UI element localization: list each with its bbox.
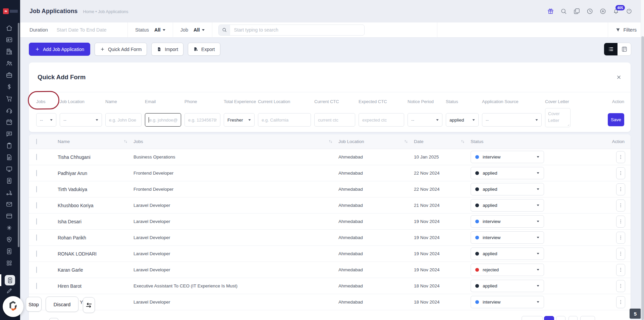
pagination-button[interactable] [556,316,566,320]
quick-add-form-button[interactable]: Quick Add Form [95,43,147,56]
close-icon[interactable] [616,74,622,80]
row-actions-kebab-button[interactable] [616,232,625,244]
sidebar-item-users-icon[interactable] [0,57,18,69]
app-logo[interactable]: IN [0,0,20,22]
pencil-icon[interactable] [6,287,13,294]
save-button[interactable]: Save [608,113,624,126]
status-dropdown[interactable]: interview [471,296,544,308]
list-view-button[interactable] [604,43,618,55]
sidebar-item-sparkle-icon[interactable] [0,222,18,234]
sidebar-item-scooter-icon[interactable] [0,187,18,198]
export-button[interactable]: Export [188,43,220,56]
sidebar-item-cart-icon[interactable] [0,93,18,104]
row-checkbox[interactable] [36,267,37,273]
sidebar-item-headset-icon[interactable] [0,104,18,116]
sidebar-item-calendar-icon[interactable] [0,116,18,128]
row-checkbox[interactable] [36,234,37,241]
column-header-name[interactable]: Name [58,139,133,144]
brand-logo[interactable] [3,296,23,317]
page-scrollbar[interactable] [641,0,644,320]
discard-button[interactable]: Discard [46,296,78,312]
pagination-page-active[interactable] [544,316,554,320]
row-actions-kebab-button[interactable] [616,280,625,292]
sidebar-item-file-text-icon[interactable] [0,151,18,163]
filters-button[interactable]: Filters [608,22,644,38]
sidebar-item-building-icon[interactable] [0,46,18,57]
resize-handle-icon[interactable] [566,123,570,126]
pagination-button[interactable] [522,316,543,320]
row-actions-kebab-button[interactable] [616,167,625,179]
kanban-view-button[interactable] [618,43,631,55]
jobs-select[interactable]: -- [36,113,56,127]
sort-icon[interactable] [404,139,409,144]
select-all-checkbox[interactable] [36,139,37,144]
sidebar-item-active-job-applications[interactable] [0,274,20,286]
status-dropdown[interactable]: applied [471,167,544,179]
search-icon[interactable] [560,8,567,15]
breadcrumb[interactable]: Home • Job Applications [83,8,128,14]
status-dropdown[interactable]: applied [471,199,544,212]
sort-icon[interactable] [460,139,465,144]
row-checkbox[interactable] [36,202,37,209]
copy-icon[interactable] [573,8,580,15]
sidebar-item-clipboard-icon[interactable] [0,140,18,151]
job-filter-dropdown[interactable]: All [194,27,205,33]
cover-letter-textarea[interactable]: CoverLetter [545,108,571,127]
scrollbar-thumb[interactable] [641,36,644,320]
row-checkbox[interactable] [36,283,37,289]
status-filter-dropdown[interactable]: All [154,27,165,33]
row-actions-kebab-button[interactable] [616,248,625,260]
row-actions-kebab-button[interactable] [616,199,625,212]
row-checkbox[interactable] [36,154,37,160]
row-actions-kebab-button[interactable] [616,264,625,276]
import-button[interactable]: Import [151,43,183,56]
sidebar-item-home-icon[interactable] [0,22,18,34]
email-input[interactable]: e.g. johndoe@exa [145,113,181,127]
bell-icon[interactable]: 405 [612,8,620,15]
status-dropdown[interactable]: interview [471,231,544,244]
add-job-application-button[interactable]: Add Job Application [29,43,90,56]
search-input[interactable]: Start typing to search [218,25,365,36]
status-dropdown[interactable]: applied [471,247,544,260]
row-actions-kebab-button[interactable] [616,183,625,195]
column-header-date[interactable]: Date [414,139,471,144]
row-checkbox[interactable] [36,250,37,257]
status-dropdown[interactable]: rejected [471,264,544,276]
status-dropdown[interactable]: applied [471,280,544,292]
phone-input[interactable]: e.g. 1234567890 [184,113,220,127]
power-icon[interactable] [626,8,633,15]
expected-ctc-input[interactable]: expected ctc [359,113,404,127]
partial-button[interactable] [49,318,58,320]
clock-icon[interactable] [586,8,593,15]
total-experience-select[interactable]: Fresher [224,113,255,127]
sidebar-item-monitor-icon[interactable] [0,163,18,175]
status-dropdown[interactable]: applied [471,183,544,195]
sort-icon[interactable] [123,139,128,144]
status-dropdown[interactable]: interview [471,215,544,228]
sidebar-item-mail-icon[interactable] [0,198,18,210]
gift-icon[interactable] [547,8,554,15]
application-source-select[interactable]: -- [482,113,542,127]
sidebar-item-window-icon[interactable] [0,210,18,222]
current-ctc-input[interactable]: current ctc [314,113,355,127]
row-actions-kebab-button[interactable] [616,296,625,308]
pagination-button[interactable] [580,316,595,320]
sidebar-item-dollar-icon[interactable] [0,81,18,93]
sidebar-item-shield-search-icon[interactable] [0,234,18,245]
job-location-select[interactable]: -- [60,113,102,127]
column-header-jobs[interactable]: Jobs [133,139,338,144]
stop-button[interactable]: Stop [26,297,42,312]
sidebar-item-id-card-icon[interactable] [0,34,18,46]
status-select[interactable]: applied [446,113,479,127]
current-location-input[interactable]: e.g. California [258,113,311,127]
column-header-job-location[interactable]: Job Location [338,139,414,144]
notice-period-select[interactable]: -- [408,113,442,127]
sidebar-item-chat-icon[interactable] [0,128,18,140]
pagination-button[interactable] [569,316,578,320]
sidebar-scrollbar[interactable] [18,23,19,247]
row-checkbox[interactable] [36,186,37,192]
status-dropdown[interactable]: interview [471,151,544,163]
sidebar-item-id-badge-icon[interactable] [0,175,18,187]
name-input[interactable]: e.g. John Doe [105,113,142,127]
row-checkbox[interactable] [36,218,37,225]
